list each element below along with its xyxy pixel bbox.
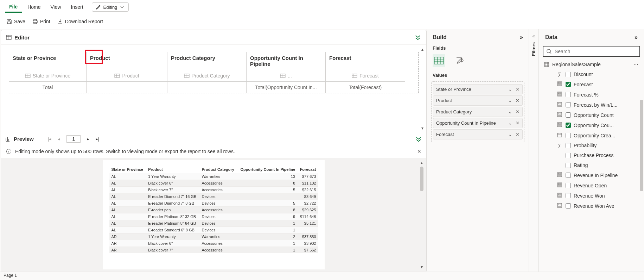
- hdr-category[interactable]: Product Category: [167, 52, 247, 70]
- table-row[interactable]: ALBlack cover 6"Accessories8$11,102: [109, 180, 318, 187]
- ph-forecast[interactable]: Forecast: [326, 70, 405, 82]
- hdr-state[interactable]: State or Province: [9, 52, 87, 70]
- chevron-down-icon[interactable]: ⌄: [508, 109, 512, 114]
- field-checkbox[interactable]: [566, 203, 571, 209]
- field-checkbox[interactable]: [566, 183, 571, 188]
- chevron-down-icon[interactable]: ⌄: [508, 87, 512, 92]
- data-scroll-thumb[interactable]: [640, 100, 643, 191]
- ph-product[interactable]: Product: [87, 70, 167, 82]
- edit-mode-icon[interactable]: [454, 54, 466, 67]
- field-row[interactable]: Revenue In Pipeline: [556, 170, 641, 180]
- field-checkbox[interactable]: [566, 133, 571, 138]
- hdr-product[interactable]: Product: [87, 52, 167, 70]
- field-checkbox[interactable]: [566, 163, 571, 168]
- table-row[interactable]: ALE-reader Diamond 7" 8 GBDevices5$2,722: [109, 200, 318, 207]
- field-checkbox[interactable]: [566, 173, 571, 178]
- first-page-icon[interactable]: |◂: [48, 136, 51, 142]
- ph-state[interactable]: State or Province: [9, 70, 87, 82]
- tab-view[interactable]: View: [46, 2, 65, 12]
- value-pill[interactable]: Product Category⌄✕: [433, 107, 523, 117]
- field-row[interactable]: Revenue Won: [556, 191, 641, 201]
- remove-icon[interactable]: ✕: [516, 120, 519, 126]
- expand-filters-icon[interactable]: «: [533, 33, 535, 39]
- scroll-down-icon[interactable]: ▾: [421, 265, 423, 269]
- scroll-down-icon[interactable]: ▾: [421, 126, 423, 131]
- field-row[interactable]: Forecast %: [556, 89, 641, 100]
- field-checkbox[interactable]: [566, 72, 571, 77]
- tab-home[interactable]: Home: [23, 2, 45, 12]
- field-checkbox[interactable]: [566, 92, 571, 97]
- remove-icon[interactable]: ✕: [516, 109, 519, 114]
- table-row[interactable]: ALE-reader penAccessories8$29,625: [109, 207, 318, 213]
- table-row[interactable]: ALE-reader Standard 6" 8 GBDevices1: [109, 227, 318, 234]
- remove-icon[interactable]: ✕: [516, 87, 519, 92]
- field-checkbox[interactable]: [566, 112, 571, 118]
- search-box[interactable]: [543, 46, 640, 57]
- value-pill[interactable]: State or Province⌄✕: [433, 84, 523, 94]
- field-checkbox[interactable]: [566, 153, 571, 158]
- scroll-up-icon[interactable]: ▴: [421, 160, 423, 165]
- field-checkbox[interactable]: [566, 123, 571, 128]
- field-row[interactable]: Opportunity Cou...: [556, 120, 641, 130]
- field-row[interactable]: Revenue Open: [556, 180, 641, 191]
- scroll-thumb[interactable]: [420, 167, 423, 191]
- last-page-icon[interactable]: ▸|: [96, 136, 99, 142]
- table-row[interactable]: AL1 Year WarrantyWarranties13$77,673: [109, 173, 318, 180]
- table-row[interactable]: ARBlack cover 6"Accessories1$3,902: [109, 240, 318, 247]
- dataset-row[interactable]: RegionalSalesSample ⋯: [542, 60, 641, 69]
- field-row[interactable]: ∑Discount: [556, 69, 641, 79]
- chevron-down-icon[interactable]: ⌄: [508, 98, 512, 103]
- page-input[interactable]: [66, 135, 81, 143]
- info-close-icon[interactable]: ✕: [417, 149, 421, 154]
- save-button[interactable]: Save: [6, 19, 25, 24]
- preview-scrollbar[interactable]: ▴ ▾: [419, 160, 424, 269]
- remove-icon[interactable]: ✕: [516, 98, 519, 103]
- download-button[interactable]: Download Report: [57, 19, 103, 24]
- editor-scrollbar[interactable]: ▴ ▾: [420, 47, 425, 131]
- field-checkbox[interactable]: [566, 82, 571, 87]
- hdr-oppcount[interactable]: Opportunity Count In Pipeline: [247, 52, 326, 70]
- prev-page-icon[interactable]: ◂: [58, 136, 60, 142]
- tab-file[interactable]: File: [5, 2, 22, 13]
- field-row[interactable]: Forecast: [556, 79, 641, 89]
- table-row[interactable]: ALBlack cover 7"Accessories5$22,615: [109, 187, 318, 193]
- field-row[interactable]: Rating: [556, 160, 641, 170]
- chevron-down-icon[interactable]: ⌄: [508, 120, 512, 126]
- table-mode-icon[interactable]: [433, 54, 445, 67]
- values-box[interactable]: State or Province⌄✕Product⌄✕Product Cate…: [431, 81, 524, 142]
- table-row[interactable]: AR1 Year WarrantyWarranties2$37,550: [109, 234, 318, 240]
- field-row[interactable]: Purchase Process: [556, 150, 641, 160]
- field-checkbox[interactable]: [566, 193, 571, 198]
- field-row[interactable]: ∑Probability: [556, 141, 641, 150]
- remove-icon[interactable]: ✕: [516, 132, 519, 137]
- collapse-data-icon[interactable]: »: [635, 34, 638, 41]
- table-row[interactable]: ALE-reader Platinum 8" 64 GBDevices1$5,1…: [109, 220, 318, 227]
- table-row[interactable]: ALE-reader Platinum 8" 32 GBDevices9$114…: [109, 213, 318, 220]
- ph-oppcount[interactable]: ...: [247, 70, 326, 82]
- field-checkbox[interactable]: [566, 143, 571, 148]
- tab-insert[interactable]: Insert: [67, 2, 88, 12]
- filters-strip[interactable]: « Filters: [529, 29, 538, 272]
- next-page-icon[interactable]: ▸: [87, 136, 89, 142]
- collapse-preview-icon[interactable]: [415, 136, 422, 143]
- collapse-build-icon[interactable]: »: [520, 34, 523, 41]
- field-checkbox[interactable]: [566, 102, 571, 107]
- table-row[interactable]: ARBlack cover 7"Accessories1$7,562: [109, 247, 318, 254]
- field-row[interactable]: Forecast by Win/L...: [556, 100, 641, 110]
- value-pill[interactable]: Opportunity Count In Pipeline⌄✕: [433, 118, 523, 128]
- print-button[interactable]: Print: [32, 19, 50, 24]
- design-table[interactable]: State or Province Product Product Catego…: [9, 52, 419, 93]
- editing-mode-button[interactable]: Editing: [92, 2, 129, 12]
- table-row[interactable]: ALE-reader Diamond 7" 16 GBDevices$3,649: [109, 193, 318, 200]
- search-input[interactable]: [555, 49, 637, 54]
- ph-category[interactable]: Product Category: [167, 70, 247, 82]
- value-pill[interactable]: Product⌄✕: [433, 95, 523, 106]
- collapse-down-icon[interactable]: [414, 34, 421, 41]
- value-pill[interactable]: Forecast⌄✕: [433, 129, 523, 139]
- field-row[interactable]: Revenue Won Ave: [556, 201, 641, 211]
- scroll-up-icon[interactable]: ▴: [421, 47, 423, 52]
- dataset-more-icon[interactable]: ⋯: [633, 62, 639, 67]
- hdr-forecast[interactable]: Forecast: [326, 52, 405, 70]
- chevron-down-icon[interactable]: ⌄: [508, 132, 512, 137]
- field-row[interactable]: Opportunity Count: [556, 110, 641, 120]
